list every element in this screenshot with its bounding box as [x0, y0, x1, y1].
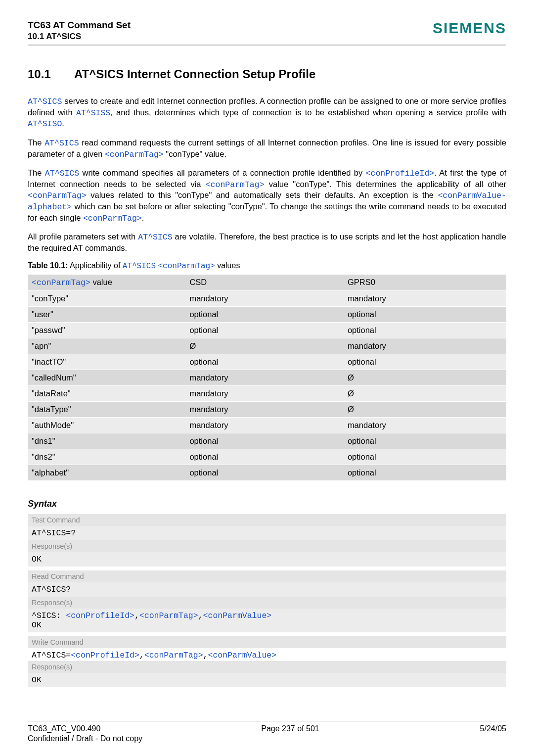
param-ref[interactable]: <conParmTag> — [83, 214, 142, 223]
test-command: AT^SICS=? — [28, 526, 506, 540]
param-ref[interactable]: <conParmValue> — [203, 611, 272, 620]
param-ref[interactable]: <conProfileId> — [71, 651, 139, 660]
write-command-label: Write Command — [28, 636, 506, 648]
table-row: "dataType"mandatoryØ — [28, 401, 506, 417]
param-ref[interactable]: <conProfileId> — [366, 169, 435, 178]
write-command-block: Write Command AT^SICS=<conProfileId>,<co… — [28, 636, 506, 687]
response-label: Response(s) — [28, 661, 506, 673]
page-footer: TC63_ATC_V00.490 Page 237 of 501 5/24/05… — [28, 721, 506, 743]
syntax-heading: Syntax — [28, 499, 506, 509]
param-ref[interactable]: <conParmTag> — [139, 611, 198, 620]
response-label: Response(s) — [28, 597, 506, 609]
table-row: "passwd"optionaloptional — [28, 322, 506, 338]
param-ref[interactable]: <conParmTag> — [144, 651, 203, 660]
footer-page-number: Page 237 of 501 — [100, 724, 480, 733]
table-row: "dataRate"mandatoryØ — [28, 385, 506, 401]
cmd-ref[interactable]: AT^SICS — [28, 97, 62, 106]
test-response: OK — [28, 552, 506, 567]
read-response: ^SICS: <conProfileId>,<conParmTag>,<conP… — [28, 609, 506, 632]
read-command: AT^SICS? — [28, 582, 506, 597]
header-divider — [28, 45, 506, 46]
table-row: "alphabet"optionaloptional — [28, 465, 506, 480]
cmd-ref[interactable]: AT^SICS — [44, 139, 79, 148]
footer-divider — [28, 721, 506, 721]
table-row: "user"optionaloptional — [28, 306, 506, 322]
read-command-block: Read Command AT^SICS? Response(s) ^SICS:… — [28, 570, 506, 632]
page-header: TC63 AT Command Set 10.1 AT^SICS SIEMENS — [28, 20, 506, 42]
section-heading: 10.1AT^SICS Internet Connection Setup Pr… — [28, 67, 506, 81]
section-number: 10.1 — [28, 67, 74, 81]
param-ref[interactable]: <conParmTag> — [206, 180, 265, 189]
table-row: "conType"mandatorymandatory — [28, 290, 506, 306]
table-header-row: <conParmTag> value CSD GPRS0 — [28, 275, 506, 291]
cmd-ref[interactable]: AT^SICS — [45, 169, 79, 178]
table-caption: Table 10.1: Applicability of AT^SICS <co… — [28, 261, 506, 271]
footer-confidential: Confidential / Draft - Do not copy — [28, 734, 506, 743]
test-command-block: Test Command AT^SICS=? Response(s) OK — [28, 514, 506, 567]
table-row: "inactTO"optionaloptional — [28, 354, 506, 370]
table-row: "authMode"mandatorymandatory — [28, 417, 506, 433]
paragraph-1: AT^SICS serves to create and edit Intern… — [28, 96, 506, 130]
table-row: "calledNum"mandatoryØ — [28, 370, 506, 385]
doc-title: TC63 AT Command Set — [28, 20, 131, 31]
param-ref[interactable]: <conParmTag> — [28, 191, 87, 200]
footer-doc-id: TC63_ATC_V00.490 — [28, 724, 100, 733]
write-response: OK — [28, 673, 506, 687]
param-ref[interactable]: <conParmValue> — [208, 651, 276, 660]
cmd-ref[interactable]: AT^SISS — [76, 108, 110, 118]
cmd-ref[interactable]: AT^SICS — [123, 262, 156, 271]
section-title-text: AT^SICS Internet Connection Setup Profil… — [74, 67, 315, 81]
param-ref[interactable]: <conParmTag> — [158, 262, 215, 271]
table-header: CSD — [185, 275, 343, 291]
paragraph-2: The AT^SICS read command requests the cu… — [28, 138, 506, 160]
param-ref[interactable]: <conParmTag> — [105, 150, 164, 159]
read-command-label: Read Command — [28, 570, 506, 582]
test-command-label: Test Command — [28, 514, 506, 526]
brand-logo: SIEMENS — [433, 20, 506, 37]
doc-subtitle: 10.1 AT^SICS — [28, 32, 131, 42]
table-row: "apn"Ømandatory — [28, 338, 506, 354]
param-ref[interactable]: <conParmTag> — [32, 278, 90, 287]
table-header: GPRS0 — [344, 275, 506, 291]
write-command: AT^SICS=<conProfileId>,<conParmTag>,<con… — [28, 648, 506, 661]
response-label: Response(s) — [28, 540, 506, 552]
footer-date: 5/24/05 — [480, 724, 506, 733]
table-row: "dns2"optionaloptional — [28, 449, 506, 465]
paragraph-3: The AT^SICS write command specifies all … — [28, 168, 506, 224]
cmd-ref[interactable]: AT^SISO — [28, 119, 62, 129]
cmd-ref[interactable]: AT^SICS — [138, 233, 172, 242]
applicability-table: <conParmTag> value CSD GPRS0 "conType"ma… — [28, 275, 506, 481]
table-row: "dns1"optionaloptional — [28, 433, 506, 449]
param-ref[interactable]: <conProfileId> — [66, 611, 134, 620]
paragraph-4: All profile parameters set with AT^SICS … — [28, 232, 506, 253]
